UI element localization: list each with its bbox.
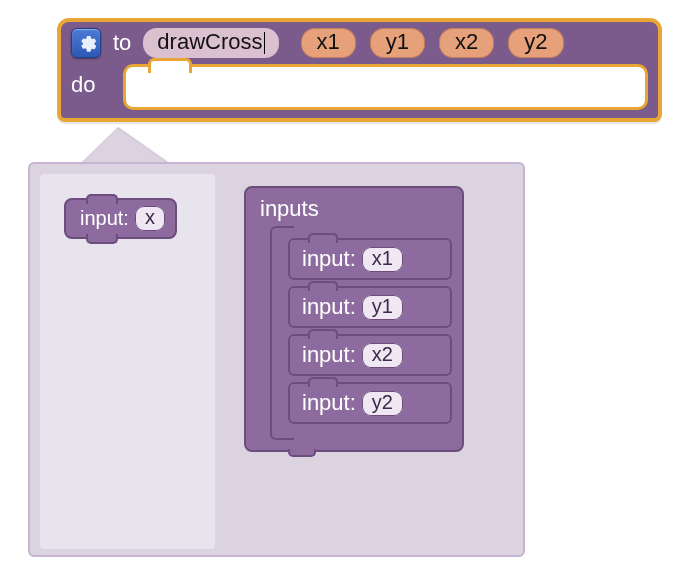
- gear-icon-button[interactable]: [71, 28, 101, 58]
- input-row-x2[interactable]: input: x2: [288, 334, 452, 376]
- procedure-name-text: drawCross: [157, 29, 262, 54]
- procedure-do-row: do: [71, 64, 648, 110]
- inputs-body[interactable]: input: x1 input: y1 input: x2 input: y2: [274, 228, 452, 438]
- palette-input-block[interactable]: input: x: [64, 198, 177, 239]
- param-y2[interactable]: y2: [508, 28, 563, 58]
- text-cursor: [264, 32, 265, 54]
- procedure-body-slot[interactable]: [123, 64, 648, 110]
- input-row-label: input:: [302, 390, 356, 416]
- input-row-y2[interactable]: input: y2: [288, 382, 452, 424]
- inputs-title: inputs: [246, 188, 462, 228]
- param-y1[interactable]: y1: [370, 28, 425, 58]
- input-row-label: input:: [302, 294, 356, 320]
- input-row-x1[interactable]: input: x1: [288, 238, 452, 280]
- palette-input-var[interactable]: x: [135, 206, 165, 231]
- palette-input-label: input:: [80, 207, 129, 230]
- param-x2[interactable]: x2: [439, 28, 494, 58]
- procedure-define-block[interactable]: to drawCross x1 y1 x2 y2 do: [57, 18, 662, 122]
- input-row-y1[interactable]: input: y1: [288, 286, 452, 328]
- do-keyword: do: [71, 64, 123, 98]
- input-row-var[interactable]: x2: [362, 343, 403, 368]
- inputs-bottom-notch: [288, 449, 316, 457]
- mutator-palette[interactable]: input: x: [40, 174, 215, 549]
- input-row-label: input:: [302, 246, 356, 272]
- input-row-label: input:: [302, 342, 356, 368]
- inputs-container-block[interactable]: inputs input: x1 input: y1 input: x2 inp…: [244, 186, 464, 452]
- to-keyword: to: [109, 30, 135, 56]
- procedure-name-input[interactable]: drawCross: [143, 28, 278, 58]
- input-row-var[interactable]: y1: [362, 295, 403, 320]
- procedure-header-row: to drawCross x1 y1 x2 y2: [71, 28, 648, 58]
- param-x1[interactable]: x1: [301, 28, 356, 58]
- input-row-var[interactable]: y2: [362, 391, 403, 416]
- input-row-var[interactable]: x1: [362, 247, 403, 272]
- gear-icon: [75, 32, 97, 54]
- mutator-panel[interactable]: input: x inputs input: x1 input: y1 inpu…: [28, 162, 525, 557]
- procedure-params: x1 y1 x2 y2: [301, 28, 564, 58]
